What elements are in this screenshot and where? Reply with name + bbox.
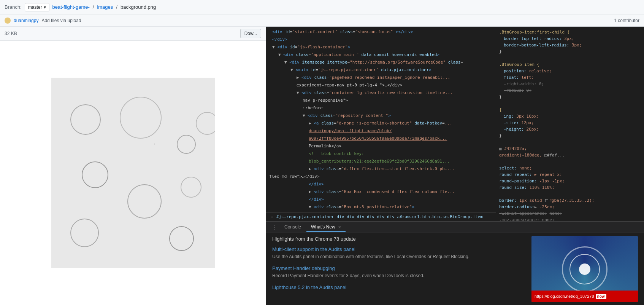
highlight-title-1: Multi-client support in the Audits panel (272, 246, 525, 252)
highlight-title-3: Lighthouse 5.2 in the Audits panel (272, 284, 525, 290)
devtools-tabs: ⋮ Console What's New ✕ (266, 222, 644, 233)
image-panel: 32 KB Dow... + + (0, 27, 266, 305)
preview-canvas: + + (51, 78, 215, 268)
filename-text: background.png (121, 4, 156, 10)
css-rule-1: .BtnGroup-item:first-child { border-top-… (499, 29, 641, 55)
css-rule-2: .BtnGroup-item { position: relative; flo… (499, 61, 641, 100)
video-red-bar: https://blog.csdn.net/qq_387278 now (531, 291, 638, 302)
css-rule-6: border: 1px solid rgba(27,31,35,.2); bor… (499, 197, 641, 221)
breadcrumb-sep1: / (93, 4, 94, 10)
image-preview: + + (0, 41, 266, 305)
now-badge: now (596, 294, 606, 299)
video-url-text: https://blog.csdn.net/qq_387278 (535, 294, 594, 299)
branch-select[interactable]: master ▾ (25, 3, 49, 11)
breadcrumb-text: #js-repo-pjax-container div div div div … (276, 214, 483, 219)
highlight-item-1: Multi-client support in the Audits panel… (272, 246, 525, 260)
branch-name: master (28, 5, 42, 10)
file-info-bar: duanmingpy Add files via upload 1 contri… (0, 14, 644, 27)
path-images-link[interactable]: images (97, 4, 113, 10)
devtools-panel: <div id="start-of-content" class="show-o… (266, 27, 644, 305)
whats-new-content: Highlights from the Chrome 78 update Mul… (272, 236, 525, 302)
username-link[interactable]: duanmingpy (14, 18, 38, 23)
repo-name-link[interactable]: beat-flight-game- (52, 4, 90, 10)
video-preview[interactable]: https://blog.csdn.net/qq_387278 now (531, 236, 638, 302)
video-inner-dot (579, 263, 590, 275)
tab-whats-new[interactable]: What's New ✕ (306, 223, 346, 232)
breadcrumb-menu-icon[interactable]: ⋯ (269, 214, 275, 219)
highlight-desc-1: Use the Audits panel in combination with… (272, 253, 525, 260)
breadcrumb-sep2: / (116, 4, 117, 10)
chevron-down-icon: ▾ (44, 5, 46, 10)
file-size: 32 KB (5, 31, 17, 36)
highlight-desc-2: Record Payment Handler events for 3 days… (272, 272, 525, 279)
devtools-main: <div id="start-of-content" class="show-o… (266, 27, 644, 221)
branch-label: Branch: (5, 4, 22, 10)
css-rule-5: select: none; round-repeat: ► repeat-x; … (499, 165, 641, 191)
highlights-title: Highlights from the Chrome 78 update (272, 236, 525, 242)
contributor-count: 1 contributor (614, 18, 639, 23)
action-text: Add files via upload (41, 18, 81, 23)
css-rule-4: ■ #424202a; gradient(-180deg, □#faf... (499, 145, 641, 158)
highlight-item-3: Lighthouse 5.2 in the Audits panel (272, 284, 525, 290)
close-tab-icon[interactable]: ✕ (338, 225, 341, 229)
highlight-title-2: Payment Handler debugging (272, 265, 525, 271)
css-rule-3: { ing: 3px 10px; -size: 12px; -height: 2… (499, 107, 641, 139)
css-panel: .BtnGroup-item:first-child { border-top-… (496, 27, 644, 221)
whats-new-panel: Highlights from the Chrome 78 update Mul… (266, 233, 644, 305)
highlight-item-2: Payment Handler debugging Record Payment… (272, 265, 525, 279)
devtools-menu-button[interactable]: ⋮ (269, 224, 279, 230)
download-button[interactable]: Dow... (240, 29, 261, 38)
user-avatar (5, 18, 11, 24)
file-meta: 32 KB Dow... (0, 27, 266, 41)
tab-console[interactable]: Console (280, 223, 306, 232)
main-content: 32 KB Dow... + + (0, 27, 644, 305)
top-bar: Branch: master ▾ beat-flight-game- / ima… (0, 0, 644, 14)
devtools-bottom: ⋮ Console What's New ✕ Highlights from t… (266, 221, 644, 305)
